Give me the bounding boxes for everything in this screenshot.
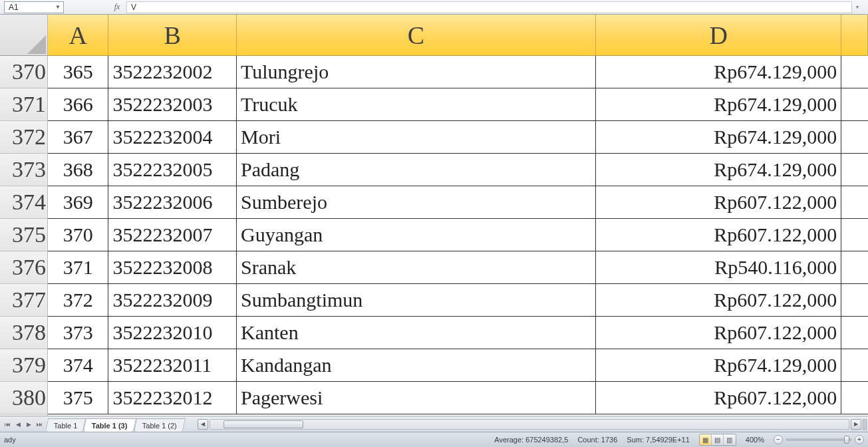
cell[interactable]: 3522232005: [108, 154, 237, 186]
cell[interactable]: 372: [48, 284, 108, 317]
chevron-down-icon[interactable]: ▼: [55, 4, 61, 10]
cell[interactable]: 374: [48, 349, 108, 382]
cell[interactable]: 3522232007: [108, 219, 237, 251]
cell[interactable]: 3522232002: [108, 56, 237, 88]
row-header[interactable]: 372: [0, 121, 48, 154]
cell[interactable]: 369: [48, 186, 108, 219]
zoom-level[interactable]: 400%: [746, 436, 764, 444]
cell[interactable]: 373: [48, 317, 108, 349]
cell[interactable]: Rp674.129,000: [596, 349, 841, 382]
column-header-A[interactable]: A: [48, 15, 108, 56]
cell[interactable]: Padang: [237, 154, 596, 186]
cell[interactable]: [841, 219, 868, 251]
cell[interactable]: 368: [48, 154, 108, 186]
cell[interactable]: 367: [48, 121, 108, 154]
cell[interactable]: Rp674.129,000: [596, 121, 841, 154]
row-header[interactable]: 379: [0, 349, 48, 382]
row-header[interactable]: 375: [0, 219, 48, 251]
cell[interactable]: Rp674.129,000: [596, 56, 841, 88]
cell[interactable]: [841, 251, 868, 284]
row-header[interactable]: 371: [0, 88, 48, 121]
tab-next-icon[interactable]: ▶: [24, 421, 33, 428]
cell[interactable]: [841, 382, 868, 414]
tab-first-icon[interactable]: ⏮: [3, 421, 12, 428]
scroll-left-button[interactable]: ◀: [198, 419, 208, 430]
cell[interactable]: Kandangan: [237, 349, 596, 382]
cell[interactable]: Pagerwesi: [237, 382, 596, 414]
formula-input[interactable]: V: [126, 1, 852, 13]
scroll-thumb[interactable]: [223, 420, 303, 428]
view-page-layout-icon[interactable]: ▤: [712, 434, 724, 445]
cell[interactable]: [841, 121, 868, 154]
row-header[interactable]: 378: [0, 317, 48, 349]
cell[interactable]: Sumberejo: [237, 186, 596, 219]
cell[interactable]: 370: [48, 219, 108, 251]
cell[interactable]: Mori: [237, 121, 596, 154]
column-header-C[interactable]: C: [237, 15, 596, 56]
cell[interactable]: Kanten: [237, 317, 596, 349]
cell[interactable]: Rp674.129,000: [596, 154, 841, 186]
tab-prev-icon[interactable]: ◀: [13, 421, 23, 428]
column-header-D[interactable]: D: [596, 15, 841, 56]
expand-formula-icon[interactable]: ▾: [856, 4, 865, 10]
cell[interactable]: [841, 284, 868, 317]
view-normal-icon[interactable]: ▦: [700, 434, 712, 445]
cell[interactable]: Rp607.122,000: [596, 317, 841, 349]
column-header-next[interactable]: [841, 15, 868, 56]
cell[interactable]: 3522232010: [108, 317, 237, 349]
cell[interactable]: [841, 154, 868, 186]
cell[interactable]: 3522232012: [108, 382, 237, 414]
select-all-corner[interactable]: [0, 15, 48, 56]
sheet-tab[interactable]: Table 1 (3): [83, 418, 136, 432]
cell[interactable]: 3522232006: [108, 186, 237, 219]
zoom-thumb[interactable]: [844, 436, 849, 444]
name-box[interactable]: A1 ▼: [4, 1, 64, 13]
row-header[interactable]: 376: [0, 251, 48, 284]
cell[interactable]: Trucuk: [237, 88, 596, 121]
row-header[interactable]: 374: [0, 186, 48, 219]
sheet-tab[interactable]: Table 1: [45, 418, 86, 432]
cell[interactable]: 3522232003: [108, 88, 237, 121]
cell[interactable]: 3522232011: [108, 349, 237, 382]
row-header[interactable]: 380: [0, 382, 48, 414]
cell[interactable]: [841, 88, 868, 121]
cell[interactable]: Sranak: [237, 251, 596, 284]
cell[interactable]: Rp607.122,000: [596, 382, 841, 414]
zoom-in-button[interactable]: +: [855, 435, 864, 444]
cell[interactable]: 366: [48, 88, 108, 121]
zoom-out-button[interactable]: −: [774, 435, 783, 444]
cell[interactable]: Rp674.129,000: [596, 88, 841, 121]
cell[interactable]: [841, 56, 868, 88]
cell[interactable]: 3522232009: [108, 284, 237, 317]
cell[interactable]: Tulungrejo: [237, 56, 596, 88]
tab-last-icon[interactable]: ⏭: [35, 421, 44, 428]
row-header[interactable]: 370: [0, 56, 48, 88]
cell[interactable]: Rp607.122,000: [596, 284, 841, 317]
cell[interactable]: [841, 349, 868, 382]
cell[interactable]: [841, 317, 868, 349]
sheet-tab[interactable]: Table 1 (2): [134, 418, 186, 432]
tabs-holder: Table 1Table 1 (3)Table 1 (2): [47, 416, 184, 432]
cell[interactable]: Rp607.122,000: [596, 186, 841, 219]
cell[interactable]: 375: [48, 382, 108, 414]
view-page-break-icon[interactable]: ▥: [724, 434, 736, 445]
row-header[interactable]: 373: [0, 154, 48, 186]
fx-icon[interactable]: fx: [110, 2, 124, 12]
cell[interactable]: 365: [48, 56, 108, 88]
cell[interactable]: 3522232004: [108, 121, 237, 154]
cell[interactable]: [841, 186, 868, 219]
cell[interactable]: Rp540.116,000: [596, 251, 841, 284]
name-box-value: A1: [9, 3, 19, 12]
row-header[interactable]: 377: [0, 284, 48, 317]
cell[interactable]: Sumbangtimun: [237, 284, 596, 317]
cells-area[interactable]: 3653522232002TulungrejoRp674.129,0003663…: [48, 56, 868, 416]
horizontal-splitter[interactable]: [863, 419, 867, 430]
cell[interactable]: 3522232008: [108, 251, 237, 284]
scroll-right-button[interactable]: ▶: [851, 419, 861, 430]
column-header-B[interactable]: B: [108, 15, 237, 56]
zoom-track[interactable]: [786, 438, 852, 441]
scroll-track[interactable]: [210, 419, 849, 430]
cell[interactable]: Rp607.122,000: [596, 219, 841, 251]
cell[interactable]: 371: [48, 251, 108, 284]
cell[interactable]: Guyangan: [237, 219, 596, 251]
